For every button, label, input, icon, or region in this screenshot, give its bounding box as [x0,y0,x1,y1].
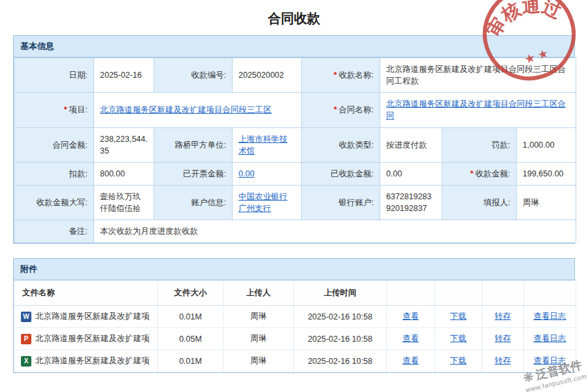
uploader: 周琳 [223,350,294,372]
transfer-link[interactable]: 转存 [495,356,511,365]
col-action-2 [435,281,482,306]
field-deduction-label: 扣款: [14,162,94,185]
attachment-row: X 北京路道服务区新建及改扩建项 0.01M 周琳 2025-02-16 10:… [14,350,576,372]
field-contract-name-value: 北京路道服务区新建及改扩建项目合同段三工区合同 [380,93,576,127]
col-file-name: 文件名称 [14,281,158,306]
info-row: 合同金额: 238,223,544.35 路桥甲方单位: 上海市科学技术馆 收款… [14,127,576,162]
info-row: 备注: 本次收款为月度进度款收款 [14,220,576,243]
uploader: 周琳 [223,306,294,328]
contract-name-link[interactable]: 北京路道服务区新建及改扩建项目合同段三工区合同 [386,99,566,120]
download-link[interactable]: 下载 [450,334,466,343]
info-row: 扣款: 800.00 已开票金额: 0.00 已收款金额: 0.00 *收款金额… [14,162,576,185]
basic-info-section: 基本信息 日期: 2025-02-16 收款编号: 2025020002 *收款… [13,35,575,244]
field-penalty-value: 1,000.00 [517,127,576,162]
info-row: *项目: 北京路道服务区新建及改扩建项目合同段三工区 *合同名称: 北京路道服务… [14,93,576,127]
field-account-info-value: 中国农业银行广州支行 [233,185,302,220]
field-filler-label: 填报人: [442,185,517,220]
field-receipt-amount-label: *收款金额: [442,162,517,185]
party-a-unit-link[interactable]: 上海市科学技术馆 [238,135,287,155]
field-penalty-label: 罚款: [442,127,517,162]
field-contract-amount-label: 合同金额: [14,127,94,162]
field-received-amount-label: 已收款金额: [302,162,380,185]
field-receipt-name-value: 北京路道服务区新建及改扩建项目合同段三工区合同工程款 [380,58,576,93]
info-row: 日期: 2025-02-16 收款编号: 2025020002 *收款名称: 北… [14,58,576,93]
field-receipt-no-label: 收款编号: [154,58,233,93]
basic-info-header: 基本信息 [14,36,574,57]
field-filler-value: 周琳 [517,185,576,220]
upload-time: 2025-02-16 10:58 [294,350,387,372]
field-project-value: 北京路道服务区新建及改扩建项目合同段三工区 [94,93,302,127]
file-size: 0.01M [158,350,223,372]
attachments-section: 附件 文件名称 文件大小 上传人 上传时间 W 北京路道服务区新建及改扩建项 [13,258,575,373]
file-name: 北京路道服务区新建及改扩建项 [35,333,150,344]
file-name: 北京路道服务区新建及改扩建项 [35,355,150,367]
field-project-label: *项目: [14,93,94,127]
col-upload-time: 上传时间 [294,281,387,306]
info-row: 收款金额大写: 壹拾玖万玖仟陆佰伍拾 账户信息: 中国农业银行广州支行 银行账户… [14,185,576,220]
file-size: 0.01M [158,306,223,328]
field-amount-in-words-label: 收款金额大写: [14,185,94,220]
required-marker: * [64,105,67,114]
required-marker: * [470,169,474,178]
view-link[interactable]: 查看 [402,334,419,343]
word-file-icon: W [21,312,31,322]
contract-receipt-page: 合同收款 审核通过 ★ ★ 基本信息 日期: 2025-02-16 收款编号: … [0,0,588,392]
view-log-link[interactable]: 查看日志 [534,312,566,321]
ppt-file-icon: P [21,334,31,344]
field-receipt-no-value: 2025020002 [233,58,302,93]
page-title: 合同收款 [0,0,588,35]
download-link[interactable]: 下载 [450,312,466,321]
brand-url: www.fanpusoft.com [525,372,587,392]
field-bank-account-label: 银行账户: [302,185,380,220]
field-invoiced-amount-value: 0.00 [233,162,302,185]
field-amount-in-words-value: 壹拾玖万玖仟陆佰伍拾 [94,185,154,220]
upload-time: 2025-02-16 10:58 [294,328,387,350]
col-action-1 [387,281,435,306]
field-remark-value: 本次收款为月度进度款收款 [94,220,576,243]
field-remark-label: 备注: [14,220,94,243]
col-file-size: 文件大小 [158,281,223,306]
field-contract-name-label: *合同名称: [302,93,380,127]
field-date-value: 2025-02-16 [94,58,154,93]
file-size: 0.05M [158,328,223,350]
attachments-table: 文件名称 文件大小 上传人 上传时间 W 北京路道服务区新建及改扩建项 0.01… [14,280,576,372]
basic-info-table: 日期: 2025-02-16 收款编号: 2025020002 *收款名称: 北… [14,57,576,243]
attachment-row: W 北京路道服务区新建及改扩建项 0.01M 周琳 2025-02-16 10:… [14,306,576,328]
field-contract-amount-value: 238,223,544.35 [94,127,154,162]
attachments-header: 附件 [14,259,574,280]
required-marker: * [334,105,337,114]
field-account-info-label: 账户信息: [154,185,233,220]
uploader: 周琳 [223,328,294,350]
field-date-label: 日期: [14,58,94,93]
field-deduction-value: 800.00 [94,162,154,185]
field-receipt-type-value: 按进度付款 [380,127,442,162]
attachments-header-row: 文件名称 文件大小 上传人 上传时间 [14,281,576,306]
view-log-link[interactable]: 查看日志 [534,356,566,365]
field-party-a-unit-value: 上海市科学技术馆 [233,127,302,162]
col-action-4 [524,281,576,306]
field-party-a-unit-label: 路桥甲方单位: [154,127,233,162]
attachment-row: P 北京路道服务区新建及改扩建项 0.05M 周琳 2025-02-16 10:… [14,328,576,350]
upload-time: 2025-02-16 10:58 [294,306,387,328]
field-invoiced-amount-label: 已开票金额: [154,162,233,185]
field-receipt-amount-value: 199,650.00 [517,162,576,185]
download-link[interactable]: 下载 [450,356,466,365]
excel-file-icon: X [21,356,31,367]
transfer-link[interactable]: 转存 [495,334,511,343]
col-uploader: 上传人 [223,281,294,306]
view-log-link[interactable]: 查看日志 [534,334,566,343]
field-receipt-name-label: *收款名称: [302,58,380,93]
field-receipt-type-label: 收款类型: [302,127,380,162]
required-marker: * [334,71,337,80]
transfer-link[interactable]: 转存 [495,312,511,321]
field-bank-account-value: 6372819283920192837 [380,185,442,220]
account-info-link[interactable]: 中国农业银行广州支行 [238,192,287,213]
view-link[interactable]: 查看 [402,356,419,365]
file-name: 北京路道服务区新建及改扩建项 [35,311,150,322]
col-action-3 [482,281,524,306]
view-link[interactable]: 查看 [402,312,419,321]
invoiced-amount-link[interactable]: 0.00 [238,169,254,178]
field-received-amount-value: 0.00 [380,162,442,185]
project-link[interactable]: 北京路道服务区新建及改扩建项目合同段三工区 [100,105,272,114]
